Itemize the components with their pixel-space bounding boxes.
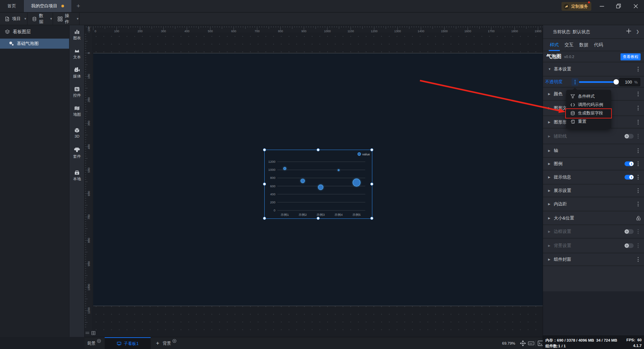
ruler-toggle-icon[interactable] xyxy=(85,331,90,335)
lock-icon[interactable] xyxy=(636,215,641,220)
expand-arrow-icon[interactable]: ▶ xyxy=(548,135,550,138)
tab-project[interactable]: 我的空白项目 xyxy=(24,0,72,12)
section-toggle-off[interactable] xyxy=(625,134,634,139)
opacity-slider-knob[interactable] xyxy=(613,79,619,85)
dock-item-chart[interactable]: 图表 xyxy=(69,25,85,41)
add-foreground-button[interactable] xyxy=(97,339,101,343)
row-menu-dots[interactable] xyxy=(636,257,640,262)
dock-item-cube[interactable]: 3D xyxy=(69,123,85,138)
opacity-slider[interactable] xyxy=(579,81,618,83)
tab-code[interactable]: 代码 xyxy=(594,39,603,51)
section-toggle-on[interactable] xyxy=(625,161,634,166)
row-menu-dots[interactable] xyxy=(636,91,640,97)
section-axis[interactable]: ▶轴 xyxy=(543,144,644,158)
expand-arrow-icon[interactable]: ▶ xyxy=(548,230,550,233)
row-menu-dots[interactable] xyxy=(636,66,640,72)
dock-item-map[interactable]: 地图 xyxy=(69,102,85,117)
opacity-menu-dots[interactable] xyxy=(572,78,578,86)
resize-handle-sw[interactable] xyxy=(263,217,266,220)
expand-arrow-icon[interactable]: ▶ xyxy=(548,258,550,261)
section-background[interactable]: ▶背景设置 xyxy=(543,239,644,253)
expand-arrow-icon[interactable]: ▶ xyxy=(548,149,550,152)
expand-arrow-icon[interactable]: ▶ xyxy=(548,244,550,247)
tab-data[interactable]: 数据 xyxy=(579,39,589,51)
resize-handle-se[interactable] xyxy=(370,217,373,220)
svg-text:800: 800 xyxy=(278,30,283,33)
custom-service-badge[interactable]: 定制服务 xyxy=(561,2,591,11)
resize-handle-w[interactable] xyxy=(263,183,266,186)
background-label[interactable]: 背景 xyxy=(163,337,171,349)
section-display[interactable]: ▶展示设置 xyxy=(543,185,644,197)
resize-handle-ne[interactable] xyxy=(370,148,373,151)
section-toggle-off[interactable] xyxy=(625,243,634,248)
context-menu-item-2[interactable]: 调用代码示例 xyxy=(566,101,611,109)
expand-arrow-icon[interactable]: ▶ xyxy=(548,92,550,96)
add-state-button[interactable] xyxy=(626,28,632,34)
expand-arrow-icon[interactable]: ▶ xyxy=(548,189,550,192)
row-menu-dots[interactable] xyxy=(636,243,640,248)
row-menu-dots[interactable] xyxy=(636,229,640,234)
dock-item-local[interactable]: 本地 xyxy=(69,166,85,182)
row-menu-dots[interactable] xyxy=(636,119,640,125)
expand-arrow-icon[interactable]: ▶ xyxy=(548,120,550,124)
menu-project[interactable]: 项目▼ xyxy=(0,13,28,25)
row-menu-dots[interactable] xyxy=(636,148,640,153)
expand-arrow-icon[interactable]: ▶ xyxy=(548,202,550,206)
resize-handle-e[interactable] xyxy=(370,183,373,186)
context-menu-item-1[interactable]: 条件样式 xyxy=(566,92,611,101)
expand-arrow-icon[interactable]: ▶ xyxy=(548,216,550,220)
new-tab-button[interactable]: + xyxy=(72,0,85,12)
menu-data[interactable]: 数据▼ xyxy=(28,13,53,25)
canvas-area[interactable]: 0100200300400500600700800900100011001200… xyxy=(85,25,543,337)
row-menu-dots[interactable] xyxy=(636,161,640,166)
dock-item-text[interactable]: 文本 xyxy=(69,44,85,60)
fit-screen-button[interactable] xyxy=(520,340,526,346)
section-padding[interactable]: ▶内边距 xyxy=(543,197,644,211)
context-menu-item-3[interactable]: 生成数据字段 xyxy=(566,109,611,117)
minimize-button[interactable] xyxy=(597,0,607,12)
add-background-button[interactable] xyxy=(172,339,176,343)
section-aux-line[interactable]: ▶辅助线 xyxy=(543,129,644,144)
row-menu-dots[interactable] xyxy=(636,134,640,139)
expand-arrow-icon[interactable]: ▶ xyxy=(548,106,550,110)
dock-item-media[interactable]: 媒体 xyxy=(69,63,85,79)
restore-button[interactable] xyxy=(613,0,624,12)
row-menu-dots[interactable] xyxy=(636,188,640,193)
snap-toggle-icon[interactable] xyxy=(91,331,96,335)
section-size-position[interactable]: ▶大小&位置 xyxy=(543,211,644,225)
add-board-button[interactable]: + xyxy=(152,337,164,349)
resize-handle-n[interactable] xyxy=(317,148,320,151)
section-tooltip[interactable]: ▶提示信息 xyxy=(543,170,644,185)
tab-style[interactable]: 样式 xyxy=(549,39,559,51)
opacity-value-box[interactable]: 100% xyxy=(619,78,640,86)
collapse-arrow-icon[interactable]: ▼ xyxy=(548,67,551,71)
row-menu-dots[interactable] xyxy=(636,105,640,111)
tab-interaction[interactable]: 交互 xyxy=(564,39,574,51)
foreground-label[interactable]: 前景 xyxy=(87,337,96,349)
tutorial-button[interactable]: 查看教程 xyxy=(621,53,641,60)
dock-item-kit[interactable]: 套件 xyxy=(69,144,85,159)
tab-home[interactable]: 首页 xyxy=(0,0,24,12)
context-menu-item-4[interactable]: 重置 xyxy=(566,117,611,126)
row-menu-dots[interactable] xyxy=(636,174,640,180)
bubble-chart-component[interactable]: 120010008006004002000示例1示例2示例3示例4示例5valu… xyxy=(264,150,372,219)
expand-arrow-icon[interactable]: ▶ xyxy=(548,162,550,165)
resize-handle-s[interactable] xyxy=(317,217,320,220)
section-basic[interactable]: ▼基本设置 xyxy=(543,62,644,77)
subboard-tab[interactable]: 子看板1 xyxy=(105,337,151,349)
section-cover[interactable]: ▶组件封面 xyxy=(543,253,644,266)
section-toggle-on[interactable] xyxy=(625,175,634,180)
opacity-label[interactable]: 不透明度 xyxy=(545,79,562,85)
expand-arrow-icon[interactable]: ▶ xyxy=(548,176,550,179)
section-legend[interactable]: ▶图例 xyxy=(543,158,644,170)
state-expand-chevron[interactable]: ❯ xyxy=(636,29,639,34)
close-button[interactable] xyxy=(631,0,641,12)
shortcut-keys-button[interactable] xyxy=(528,340,534,346)
resize-handle-nw[interactable] xyxy=(263,148,266,151)
layer-item-bubble-chart[interactable]: 基础气泡图 xyxy=(0,39,69,49)
dock-item-widget[interactable]: 控件 xyxy=(69,83,85,98)
menu-operate[interactable]: 操作▼ xyxy=(53,13,79,25)
section-border[interactable]: ▶边框设置 xyxy=(543,225,644,239)
row-menu-dots[interactable] xyxy=(636,201,640,207)
section-toggle-off[interactable] xyxy=(625,229,634,234)
